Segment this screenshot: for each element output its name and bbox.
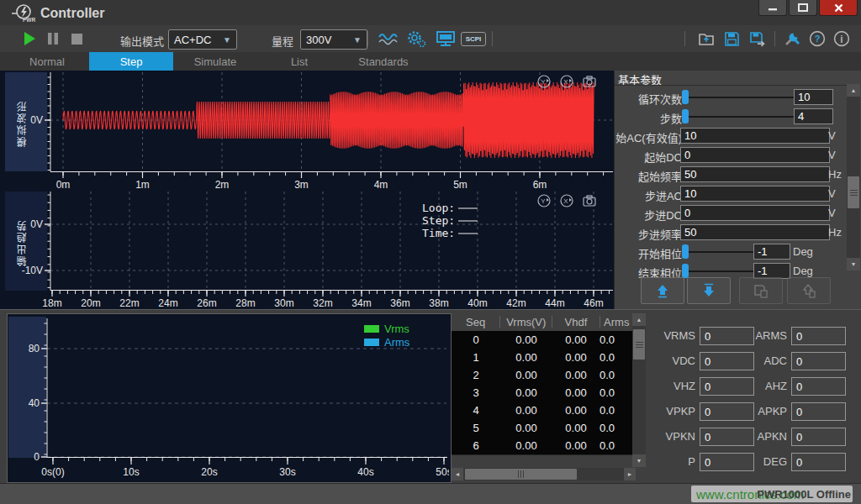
help-icon[interactable]: ? — [808, 29, 827, 48]
measure-label-vrms: VRMS — [652, 329, 695, 342]
table-row[interactable]: 40.000.000.0 — [452, 402, 633, 420]
save-icon[interactable] — [722, 29, 741, 48]
svg-text:80: 80 — [29, 343, 40, 354]
reset-x-zoom-icon[interactable]: X — [558, 74, 575, 89]
legend-swatch — [364, 339, 379, 346]
svg-text:34m: 34m — [351, 297, 371, 309]
slider-handle[interactable] — [682, 109, 689, 123]
move-up-button[interactable] — [641, 277, 684, 304]
scroll-thumb[interactable] — [465, 469, 577, 480]
table-cell: 0.0 — [600, 331, 633, 349]
svg-text:38m: 38m — [429, 297, 448, 309]
table-row[interactable]: 20.000.000.0 — [452, 366, 633, 385]
slider-value[interactable]: 4 — [794, 108, 833, 124]
open-file-icon[interactable] — [697, 29, 716, 48]
scroll-up-button[interactable]: ▲ — [847, 84, 860, 97]
table-cell: 0.00 — [500, 384, 552, 402]
svg-text:20m: 20m — [81, 297, 100, 309]
slider-handle[interactable] — [682, 90, 689, 104]
scpi-label: SCPI — [466, 35, 482, 43]
slider-value[interactable]: -1 — [753, 244, 790, 260]
table-hscrollbar[interactable]: ◄► — [452, 468, 636, 480]
table-row[interactable]: 60.000.000.0 — [452, 437, 633, 455]
param-input[interactable] — [680, 128, 830, 144]
svg-text:0m: 0m — [56, 179, 71, 190]
column-header-vhdf[interactable]: Vhdf — [552, 316, 600, 328]
param-input[interactable] — [680, 224, 830, 240]
table-row[interactable]: 00.000.000.0 — [452, 331, 633, 349]
tab-standards[interactable]: Standards — [341, 52, 425, 71]
camera-icon[interactable] — [581, 193, 598, 208]
reset-x-zoom-icon[interactable]: X — [558, 193, 575, 208]
param-row-1: 步数4 — [615, 107, 847, 126]
range-select[interactable]: 300V▼ — [300, 29, 367, 50]
svg-text:20s: 20s — [201, 466, 217, 478]
scroll-down-button[interactable]: ▼ — [632, 454, 646, 467]
svg-text:Y: Y — [541, 197, 546, 205]
output-mode-select[interactable]: AC+DC▼ — [168, 29, 237, 50]
scpi-icon[interactable]: SCPI — [461, 32, 486, 46]
column-header-seq[interactable]: Seq — [452, 316, 500, 328]
slider-handle[interactable] — [682, 244, 689, 259]
tab-normal[interactable]: Normal — [5, 52, 89, 71]
scroll-up-button[interactable]: ▲ — [632, 313, 646, 326]
svg-text:44m: 44m — [545, 297, 564, 309]
param-input[interactable] — [680, 205, 830, 221]
scroll-thumb[interactable] — [633, 329, 645, 360]
param-label: 步数 — [660, 110, 682, 126]
table-vscrollbar[interactable]: ▲▼ — [632, 313, 646, 467]
tab-step[interactable]: Step — [89, 52, 173, 71]
param-input[interactable] — [680, 147, 830, 163]
svg-text:5m: 5m — [453, 179, 467, 190]
camera-icon[interactable] — [581, 74, 598, 89]
table-cell: 5 — [452, 419, 500, 437]
param-input[interactable] — [680, 166, 830, 182]
reset-y-zoom-icon[interactable]: Y — [536, 74, 552, 89]
table-cell: 0.00 — [500, 331, 552, 349]
table-row[interactable]: 10.000.000.0 — [452, 349, 633, 367]
scroll-right-button[interactable]: ► — [624, 468, 636, 480]
params-scrollbar[interactable]: ▲▼ — [847, 84, 860, 270]
run-button[interactable] — [20, 29, 39, 48]
slider-value[interactable]: 10 — [794, 89, 833, 105]
waveform-icon[interactable] — [377, 29, 400, 48]
column-header-arms[interactable]: Arms — [600, 316, 633, 328]
tab-simulate[interactable]: Simulate — [173, 52, 257, 71]
table-header: SeqVrms(V)VhdfArms — [452, 313, 633, 331]
app-logo: PWR Controller — [12, 3, 104, 24]
param-label: 开始相位 — [638, 245, 682, 261]
svg-text:?: ? — [815, 34, 821, 44]
param-input[interactable] — [680, 186, 830, 202]
svg-text:26m: 26m — [197, 297, 216, 309]
measure-label-adc: ADC — [740, 354, 787, 367]
tools-icon[interactable] — [783, 29, 801, 48]
close-button[interactable] — [819, 0, 858, 16]
info-icon[interactable]: i — [832, 29, 851, 48]
table-row[interactable]: 50.000.000.0 — [452, 419, 633, 438]
slider-handle[interactable] — [682, 264, 689, 278]
move-down-button[interactable] — [687, 277, 731, 304]
maximize-button[interactable] — [789, 0, 817, 16]
settings-gear-icon[interactable] — [405, 29, 427, 48]
save-sequence-button — [739, 277, 783, 304]
toolbar-separator — [367, 31, 368, 46]
tab-list[interactable]: List — [257, 52, 341, 71]
column-header-vrms(v)[interactable]: Vrms(V) — [500, 316, 552, 328]
middle-chart-tools: Y X — [536, 193, 598, 208]
top-chart-axis-label: 模拟波形 — [15, 86, 29, 161]
monitor-icon[interactable] — [434, 29, 457, 48]
minimize-button[interactable] — [758, 0, 787, 16]
scroll-down-button[interactable]: ▼ — [847, 258, 860, 270]
svg-text:i: i — [840, 34, 843, 45]
scroll-thumb[interactable] — [848, 176, 859, 208]
window-controls — [757, 0, 858, 16]
table-row[interactable]: 30.000.000.0 — [452, 384, 633, 402]
table-cell: 0.00 — [552, 349, 600, 366]
output-trend-chart: 0V-10V18m20m22m24m26m28m30m32m34m36m38m4… — [0, 190, 614, 309]
save-as-icon[interactable] — [748, 29, 767, 48]
param-label: 步进AC — [645, 187, 682, 203]
scroll-left-button[interactable]: ◄ — [452, 468, 463, 480]
reset-y-zoom-icon[interactable]: Y — [536, 193, 552, 208]
pause-button[interactable] — [44, 29, 62, 48]
stop-button[interactable] — [67, 29, 86, 48]
